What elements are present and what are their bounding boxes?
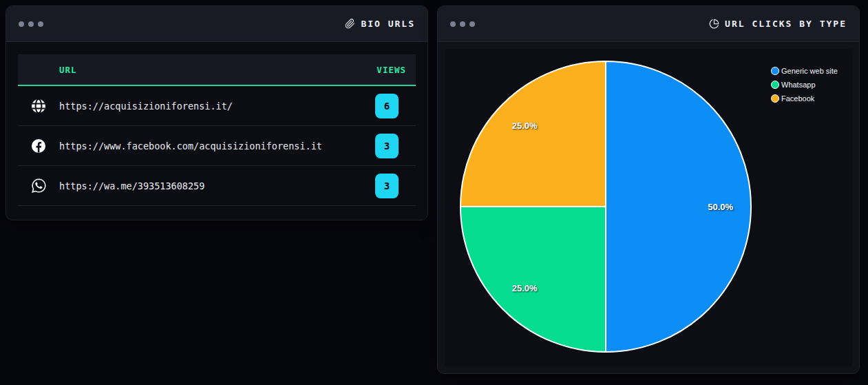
table-body: https://acquisizioniforensi.it/6https://… — [18, 86, 416, 206]
legend-label: Whatsapp — [781, 81, 816, 89]
window-dot — [28, 21, 34, 27]
bio-urls-panel: BIO URLS URL VIEWS https://acquisizionif… — [6, 6, 428, 220]
table-header-row: URL VIEWS — [18, 54, 416, 86]
url-clicks-panel: URL CLICKS BY TYPE 50.0%25.0%25.0% Gener… — [437, 6, 860, 374]
window-dot — [19, 21, 24, 27]
legend-label: Generic web site — [781, 67, 838, 75]
window-dot — [450, 21, 456, 27]
views-badge: 6 — [375, 94, 399, 118]
pie-slice-generic-web-site — [606, 61, 751, 352]
views-cell: 3 — [375, 134, 399, 158]
legend-item: Whatsapp — [771, 81, 838, 89]
pie-slice-whatsapp — [461, 207, 606, 352]
table-row: https://wa.me/3935136082593 — [18, 166, 416, 206]
table-row: https://www.facebook.com/acquisizionifor… — [18, 126, 416, 166]
legend-item: Facebook — [771, 94, 838, 103]
views-cell: 3 — [375, 174, 399, 198]
window-dots — [19, 21, 43, 27]
panel-title-text: BIO URLS — [361, 19, 415, 29]
facebook-icon — [18, 138, 59, 154]
url-text: https://wa.me/393513608259 — [59, 180, 375, 191]
url-text: https://www.facebook.com/acquisizionifor… — [59, 141, 375, 152]
bio-urls-title: BIO URLS — [345, 19, 415, 29]
chart-legend: Generic web siteWhatsappFacebook — [771, 67, 838, 103]
pie-slice-facebook — [461, 61, 606, 207]
paperclip-icon — [345, 19, 355, 29]
window-dot — [460, 21, 465, 27]
panel-title-text: URL CLICKS BY TYPE — [725, 19, 847, 29]
whatsapp-icon — [18, 178, 59, 194]
url-clicks-panel-header: URL CLICKS BY TYPE — [438, 6, 859, 42]
legend-swatch — [771, 94, 779, 103]
globe-icon — [18, 98, 59, 114]
bio-urls-panel-header: BIO URLS — [6, 6, 427, 42]
window-dot — [469, 21, 475, 27]
legend-item: Generic web site — [771, 67, 838, 75]
column-header-url: URL — [18, 65, 77, 75]
legend-swatch — [771, 81, 779, 89]
window-dot — [38, 21, 43, 27]
table-row: https://acquisizioniforensi.it/6 — [18, 86, 416, 126]
legend-label: Facebook — [781, 94, 814, 103]
views-badge: 3 — [375, 174, 399, 198]
legend-swatch — [771, 67, 779, 75]
views-cell: 6 — [375, 94, 399, 118]
window-dots — [450, 21, 475, 27]
column-header-views: VIEWS — [377, 65, 416, 75]
pie-chart-icon — [709, 19, 719, 29]
url-clicks-title: URL CLICKS BY TYPE — [709, 19, 847, 29]
url-text: https://acquisizioniforensi.it/ — [59, 101, 375, 112]
pie-chart-area: 50.0%25.0%25.0% Generic web siteWhatsapp… — [445, 49, 852, 366]
views-badge: 3 — [375, 134, 399, 158]
bio-urls-table: URL VIEWS https://acquisizioniforensi.it… — [6, 42, 427, 206]
